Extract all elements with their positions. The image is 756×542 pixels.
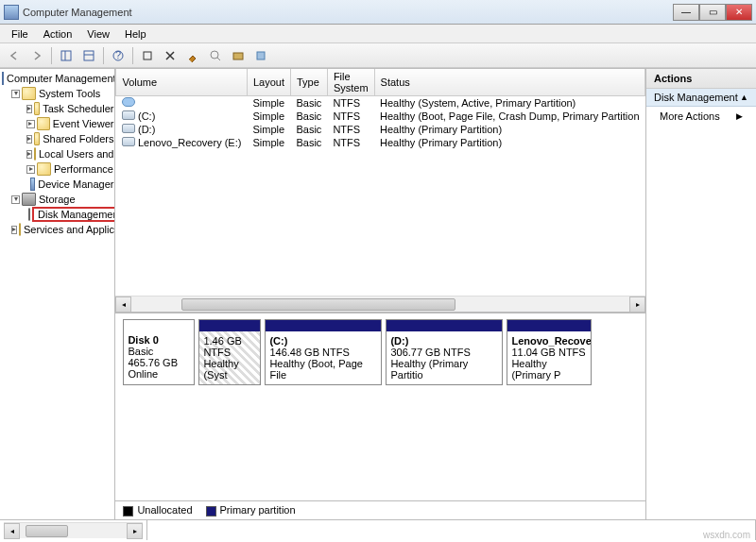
submenu-arrow-icon: ▶ (736, 111, 743, 121)
services-icon (19, 223, 21, 236)
folder-icon (22, 87, 36, 100)
partition-header (199, 320, 260, 331)
expand-icon[interactable]: ▸ (26, 105, 32, 113)
expand-icon[interactable]: ▸ (26, 120, 35, 128)
volume-list[interactable]: Volume Layout Type File System Status Si… (115, 69, 645, 296)
computer-icon (2, 72, 4, 85)
close-button[interactable]: ✕ (726, 4, 752, 21)
legend-swatch-unallocated (123, 506, 133, 517)
scroll-left-button[interactable]: ◂ (115, 296, 131, 313)
maximize-button[interactable]: ▭ (699, 4, 726, 21)
scroll-thumb[interactable] (26, 525, 68, 537)
expand-icon[interactable]: ▸ (26, 165, 35, 174)
svg-rect-10 (257, 52, 265, 59)
expand-icon[interactable]: ▸ (26, 150, 32, 159)
window-titlebar: Computer Management — ▭ ✕ (0, 0, 756, 25)
actions-more[interactable]: More Actions▶ (646, 107, 756, 126)
properties-button[interactable] (182, 45, 203, 66)
col-type[interactable]: Type (290, 69, 327, 96)
legend-swatch-primary (206, 506, 216, 517)
table-row[interactable]: Lenovo_Recovery (E:)SimpleBasicNTFSHealt… (116, 136, 645, 149)
partition-header (266, 320, 381, 331)
action-button[interactable] (250, 45, 271, 66)
event-icon (37, 117, 50, 130)
window-title: Computer Management (23, 7, 673, 18)
drive-icon (122, 110, 135, 120)
table-row[interactable]: (D:)SimpleBasicNTFSHealthy (Primary Part… (116, 123, 645, 136)
back-button[interactable] (4, 45, 25, 66)
tree-task-scheduler[interactable]: ▸Task Scheduler (0, 101, 114, 116)
refresh-button[interactable] (137, 45, 158, 66)
svg-rect-9 (233, 53, 243, 59)
storage-icon (22, 193, 36, 206)
expand-icon[interactable]: ▸ (11, 226, 17, 234)
svg-text:?: ? (115, 49, 121, 60)
actions-subheader[interactable]: Disk Management▲ (646, 89, 756, 107)
app-icon (4, 5, 19, 20)
view-button[interactable] (78, 45, 99, 66)
volume-icon (122, 97, 135, 107)
tree-device-manager[interactable]: Device Manager (0, 177, 114, 192)
tree-storage[interactable]: ▾Storage (0, 192, 114, 207)
navigation-tree[interactable]: Computer Management (Local ▾System Tools… (0, 69, 115, 519)
partition-c[interactable]: (C:)146.48 GB NTFSHealthy (Boot, Page Fi… (265, 319, 382, 385)
collapse-arrow-icon: ▲ (740, 93, 748, 102)
scheduler-icon (34, 102, 40, 115)
svg-rect-2 (84, 51, 94, 60)
tree-local-users[interactable]: ▸Local Users and Groups (0, 146, 114, 161)
scroll-thumb[interactable] (181, 298, 455, 311)
tree-scrollbar[interactable]: ◂ ▸ (4, 522, 143, 538)
tree-event-viewer[interactable]: ▸Event Viewer (0, 116, 114, 131)
svg-rect-6 (144, 52, 151, 59)
menu-bar: File Action View Help (0, 25, 756, 43)
tree-disk-management[interactable]: Disk Management (0, 207, 114, 222)
tree-performance[interactable]: ▸Performance (0, 161, 114, 177)
drive-icon (122, 137, 135, 146)
performance-icon (37, 162, 51, 176)
drive-icon (122, 124, 135, 133)
partition-recovery[interactable]: Lenovo_Recovery11.04 GB NTFSHealthy (Pri… (507, 319, 592, 385)
show-hide-tree-button[interactable] (56, 45, 77, 66)
tree-root[interactable]: Computer Management (Local (0, 71, 114, 86)
table-row[interactable]: (C:)SimpleBasicNTFSHealthy (Boot, Page F… (116, 110, 645, 123)
toolbar: ? (0, 43, 756, 68)
help-button[interactable]: ? (108, 45, 129, 66)
rescan-button[interactable] (205, 45, 226, 66)
scroll-right-button[interactable]: ▸ (127, 523, 143, 539)
expand-icon[interactable]: ▸ (26, 135, 32, 144)
partition-d[interactable]: (D:)306.77 GB NTFSHealthy (Primary Parti… (386, 319, 503, 385)
table-row[interactable]: SimpleBasicNTFSHealthy (System, Active, … (116, 96, 645, 110)
partition-system[interactable]: 1.46 GB NTFSHealthy (Syst (198, 319, 261, 385)
scroll-left-button[interactable]: ◂ (4, 523, 20, 539)
volume-list-scrollbar[interactable]: ◂ ▸ (115, 296, 645, 312)
collapse-icon[interactable]: ▾ (11, 195, 20, 204)
menu-action[interactable]: Action (36, 26, 80, 42)
forward-button[interactable] (26, 45, 47, 66)
scroll-right-button[interactable]: ▸ (629, 296, 645, 313)
col-volume[interactable]: Volume (116, 69, 248, 96)
toolbar-separator (51, 47, 52, 64)
device-icon (30, 178, 35, 191)
collapse-icon[interactable]: ▾ (11, 90, 20, 98)
actions-header: Actions (646, 69, 756, 89)
minimize-button[interactable]: — (673, 4, 699, 21)
tree-services-apps[interactable]: ▸Services and Applications (0, 222, 114, 237)
disk-graphic-area: Disk 0 Basic 465.76 GB Online 1.46 GB NT… (115, 312, 645, 500)
tree-shared-folders[interactable]: ▸Shared Folders (0, 131, 114, 146)
tree-system-tools[interactable]: ▾System Tools (0, 86, 114, 101)
toolbar-separator (132, 47, 133, 64)
menu-view[interactable]: View (79, 26, 117, 42)
settings-button[interactable] (228, 45, 249, 66)
menu-file[interactable]: File (4, 26, 36, 42)
status-bar: ◂ ▸ (0, 519, 756, 540)
col-filesystem[interactable]: File System (327, 69, 374, 96)
col-layout[interactable]: Layout (247, 69, 290, 96)
disk-mgmt-icon (28, 208, 30, 221)
delete-button[interactable] (160, 45, 180, 66)
menu-help[interactable]: Help (117, 26, 154, 42)
partition-header (387, 320, 502, 331)
disk0-info[interactable]: Disk 0 Basic 465.76 GB Online (123, 319, 195, 385)
watermark: wsxdn.com (703, 530, 750, 540)
toolbar-separator (103, 47, 104, 64)
col-status[interactable]: Status (374, 69, 645, 96)
